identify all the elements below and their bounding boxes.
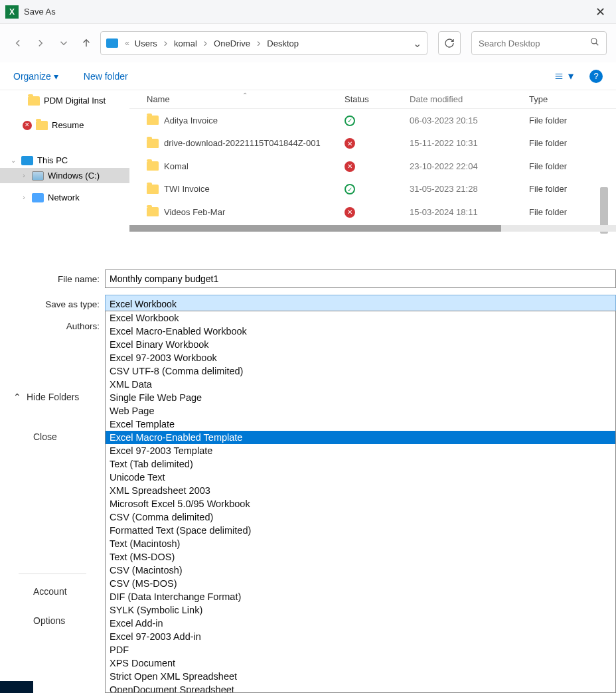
h-scrollbar[interactable] — [129, 225, 616, 232]
refresh-button[interactable] — [438, 31, 461, 55]
search-input[interactable] — [479, 38, 590, 48]
filetype-option[interactable]: PDF — [106, 643, 615, 656]
file-type: File folder — [529, 116, 616, 125]
folder-icon — [147, 139, 159, 148]
breadcrumb-item[interactable]: OneDrive — [211, 37, 253, 50]
filetype-option[interactable]: OpenDocument Spreadsheet — [106, 683, 615, 693]
filetype-option[interactable]: Text (Macintosh) — [106, 537, 615, 550]
status-error-icon: ✕ — [345, 138, 355, 149]
view-button[interactable]: ▾ — [554, 70, 574, 82]
organize-button[interactable]: Organize ▾ — [13, 71, 58, 82]
filetype-option[interactable]: Web Page — [106, 404, 615, 418]
folder-icon — [147, 185, 159, 194]
filetype-option[interactable]: CSV (Comma delimited) — [106, 510, 615, 524]
chevron-right-icon[interactable]: › — [20, 194, 28, 201]
forward-button[interactable] — [32, 34, 49, 52]
tree-item-windows-c[interactable]: ›Windows (C:) — [0, 168, 129, 183]
chevron-down-icon[interactable]: ⌄ — [413, 37, 422, 50]
filetype-option[interactable]: Excel Add-in — [106, 617, 615, 630]
filetype-option[interactable]: Formatted Text (Space delimited) — [106, 524, 615, 537]
breadcrumb-item[interactable]: komal — [171, 37, 200, 50]
up-button[interactable] — [78, 34, 95, 52]
help-button[interactable]: ? — [589, 70, 603, 83]
filetype-option[interactable]: DIF (Data Interchange Format) — [106, 590, 615, 603]
options-item[interactable]: Options — [0, 606, 105, 635]
filetype-option[interactable]: Microsoft Excel 5.0/95 Workbook — [106, 497, 615, 510]
close-item[interactable]: Close — [0, 422, 105, 451]
file-date: 15-11-2022 10:31 — [410, 138, 529, 148]
file-name: drive-download-20221115T041844Z-001 — [164, 138, 321, 148]
tree-item-pdm[interactable]: PDM Digital Inst — [0, 93, 129, 108]
col-date[interactable]: Date modified — [410, 94, 529, 104]
filetype-option[interactable]: XPS Document — [106, 656, 615, 670]
filetype-option[interactable]: Excel Template — [106, 418, 615, 431]
file-type: File folder — [529, 161, 616, 171]
filetype-option[interactable]: CSV (Macintosh) — [106, 564, 615, 577]
col-name[interactable]: Name — [129, 94, 345, 104]
filetype-option[interactable]: CSV UTF-8 (Comma delimited) — [106, 364, 615, 378]
table-row[interactable]: Videos Feb-Mar✕15-03-2024 18:11File fold… — [129, 200, 616, 224]
toolbar: Organize ▾ New folder ▾ ? — [0, 62, 616, 90]
window-title: Save As — [24, 7, 590, 17]
chevron-down-icon[interactable]: ⌄ — [9, 157, 17, 164]
file-type: File folder — [529, 138, 616, 148]
search-icon[interactable] — [590, 37, 599, 49]
saveastype-label: Save as type: — [0, 299, 105, 309]
column-headers: Name Status Date modified Type — [129, 90, 616, 109]
filetype-option[interactable]: CSV (MS-DOS) — [106, 577, 615, 590]
filetype-option[interactable]: Unicode Text — [106, 471, 615, 484]
table-row[interactable]: TWI Invoice✓31-05-2023 21:28File folder — [129, 178, 616, 201]
breadcrumb-item[interactable]: Desktop — [264, 37, 301, 50]
file-name: Videos Feb-Mar — [164, 207, 225, 217]
filetype-option[interactable]: Excel 97-2003 Add-in — [106, 630, 615, 643]
folder-icon — [147, 207, 159, 216]
filetype-option[interactable]: Excel Macro-Enabled Template — [106, 431, 615, 444]
chevron-right-icon: › — [200, 37, 211, 49]
filetype-option[interactable]: Excel Workbook — [106, 311, 615, 325]
folder-icon — [36, 121, 48, 130]
search-box[interactable] — [471, 31, 607, 55]
table-row[interactable]: Aditya Invoice✓06-03-2023 20:15File fold… — [129, 109, 616, 132]
recent-dropdown[interactable] — [55, 34, 72, 52]
table-row[interactable]: drive-download-20221115T041844Z-001✕15-1… — [129, 132, 616, 155]
file-name: Aditya Invoice — [164, 116, 218, 125]
filename-label: File name: — [0, 274, 105, 284]
filename-input[interactable] — [105, 270, 616, 288]
filetype-option[interactable]: SYLK (Symbolic Link) — [106, 603, 615, 617]
tree-item-thispc[interactable]: ⌄This PC — [0, 153, 129, 168]
tree-label: PDM Digital Inst — [44, 96, 106, 106]
breadcrumb-item[interactable]: Users — [132, 37, 160, 50]
back-button[interactable] — [9, 34, 27, 52]
filetype-option[interactable]: Excel 97-2003 Workbook — [106, 351, 615, 364]
close-icon[interactable]: ✕ — [590, 5, 611, 19]
filetype-option[interactable]: Excel 97-2003 Template — [106, 444, 615, 457]
tree-item-resume[interactable]: ✕Resume — [0, 117, 129, 133]
status-error-icon: ✕ — [345, 161, 355, 172]
h-scrollbar-thumb[interactable] — [129, 225, 501, 232]
filetype-option[interactable]: Excel Binary Workbook — [106, 338, 615, 351]
filetype-option[interactable]: XML Data — [106, 378, 615, 391]
authors-label: Authors: — [0, 321, 105, 331]
hide-folders-label: Hide Folders — [27, 392, 79, 402]
breadcrumb[interactable]: « Users › komal › OneDrive › Desktop ⌄ — [100, 31, 427, 55]
chevron-right-icon[interactable]: › — [20, 172, 28, 179]
account-item[interactable]: Account — [0, 577, 105, 606]
file-date: 06-03-2023 20:15 — [410, 116, 529, 125]
filetype-option[interactable]: Text (Tab delimited) — [106, 457, 615, 471]
filetype-option[interactable]: Strict Open XML Spreadsheet — [106, 670, 615, 683]
file-type: File folder — [529, 207, 616, 217]
content: PDM Digital Inst ✕Resume ⌄This PC ›Windo… — [0, 90, 616, 260]
tree-item-network[interactable]: ›Network — [0, 190, 129, 205]
new-folder-button[interactable]: New folder — [84, 71, 128, 82]
filetype-option[interactable]: Excel Macro-Enabled Workbook — [106, 325, 615, 338]
filetype-option[interactable]: XML Spreadsheet 2003 — [106, 484, 615, 497]
col-status[interactable]: Status — [345, 94, 410, 104]
filetype-option[interactable]: Text (MS-DOS) — [106, 550, 615, 564]
hide-folders-button[interactable]: ⌃ Hide Folders — [13, 392, 79, 402]
status-error-icon: ✕ — [345, 207, 355, 218]
col-type[interactable]: Type — [529, 94, 616, 104]
table-row[interactable]: Komal✕23-10-2022 22:04File folder — [129, 155, 616, 178]
filetype-option[interactable]: Single File Web Page — [106, 391, 615, 404]
folder-icon — [147, 116, 159, 125]
file-date: 15-03-2024 18:11 — [410, 207, 529, 217]
